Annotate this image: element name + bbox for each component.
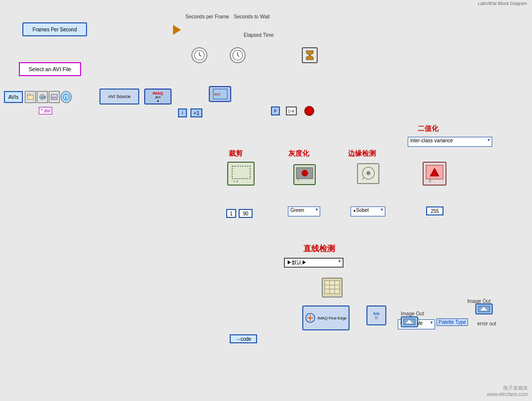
image-out-label-2: Image Out — [401, 311, 424, 316]
binarize-node: 2 — [423, 162, 446, 186]
avi-extension-label: *.avi — [39, 107, 52, 114]
file-browse-icon-1[interactable] — [25, 91, 36, 103]
value-255-box[interactable]: 255 — [426, 206, 443, 215]
inter-class-variance-dropdown[interactable]: inter-class variance — [408, 137, 492, 147]
svg-line-48 — [238, 55, 239, 57]
elapsed-time-label: Elapsed Time — [244, 32, 274, 38]
find-edge-label: IMAQ Find Edge — [317, 316, 347, 320]
hourglass-node — [302, 47, 318, 63]
crop-value-90[interactable]: 90 — [239, 209, 253, 218]
crop-label: 裁剪 — [229, 149, 243, 158]
svg-point-65 — [366, 171, 370, 175]
iva-node: IVA ⟨⟩ — [366, 305, 386, 325]
svg-text:f: f — [362, 177, 363, 181]
error-out-label: error out — [477, 321, 496, 326]
grayscale-label: 灰度化 — [288, 149, 309, 158]
fps-label: Frames Per Second — [33, 27, 77, 32]
clock-node-2 — [230, 47, 246, 63]
line-detect-label: 直线检测 — [303, 244, 335, 254]
stop-button[interactable] — [304, 106, 314, 116]
palette-type-label: Palette Type — [437, 318, 468, 326]
v-terminal: ▷v — [286, 106, 297, 115]
select-avi-text: Select an AVI File — [28, 66, 71, 72]
grid-node — [322, 278, 343, 298]
grayscale-node: f — [293, 164, 316, 185]
edge-detect-label: 边缘检测 — [348, 149, 376, 158]
file-browse-icon-2[interactable]: AVI — [37, 91, 48, 103]
svg-rect-70 — [325, 281, 340, 294]
increment-node: +1 — [190, 108, 202, 117]
f-terminal: F — [271, 106, 280, 115]
frames-per-second-node: Frames Per Second — [22, 22, 87, 36]
clock-node-1 — [191, 47, 207, 63]
seconds-per-frame-label: Seconds per Frame — [185, 14, 229, 19]
svg-rect-50 — [27, 94, 30, 96]
crop-node: 1 2 — [227, 162, 255, 186]
select-avi-label-box: Select an AVI File — [19, 62, 81, 76]
avi-frame-node: AVI — [209, 86, 231, 102]
svg-text:2: 2 — [429, 179, 431, 183]
avis-button[interactable]: AVIs — [4, 91, 23, 103]
file-browse-icon-3[interactable]: AVI — [49, 91, 60, 103]
svg-line-45 — [199, 55, 201, 56]
svg-text:1 2: 1 2 — [233, 180, 238, 183]
imaq-find-edge-node: IMAQ Find Edge — [302, 305, 350, 330]
svg-text:AVI: AVI — [41, 96, 46, 99]
green-dropdown[interactable]: Green — [288, 206, 320, 216]
svg-text:f: f — [298, 178, 299, 182]
svg-text:i: i — [65, 95, 67, 100]
imaq-node: IMAQ AVI ● — [144, 89, 172, 104]
svg-text:AVI: AVI — [214, 92, 220, 97]
block-diagram-canvas: Frames Per Second Seconds per Frame Seco… — [0, 0, 532, 401]
watermark: 电子发烧友 www.elecfans.com — [487, 385, 528, 397]
crop-value-1[interactable]: 1 — [226, 209, 236, 218]
svg-point-62 — [302, 170, 308, 176]
info-icon[interactable]: i — [61, 91, 72, 103]
edge-node: f — [357, 163, 379, 184]
code-box: → code — [230, 334, 257, 343]
svg-text:AVI: AVI — [52, 96, 57, 99]
avi-source-node: AVI Source — [99, 89, 139, 104]
default-dropdown[interactable]: ▶默认▶ — [284, 258, 344, 268]
divider-triangle — [173, 25, 181, 35]
image-out-node-1 — [475, 303, 493, 314]
svg-rect-59 — [232, 166, 250, 179]
sobel-dropdown[interactable]: ⬥Sobel — [351, 206, 385, 216]
i-terminal: i — [178, 108, 187, 117]
binarize-label: 二值化 — [418, 124, 439, 133]
toolbar-hint: LabVIEW Block Diagram — [478, 1, 527, 6]
seconds-to-wait-label: Seconds to Wait — [234, 14, 269, 19]
image-out-node-2 — [401, 316, 418, 327]
